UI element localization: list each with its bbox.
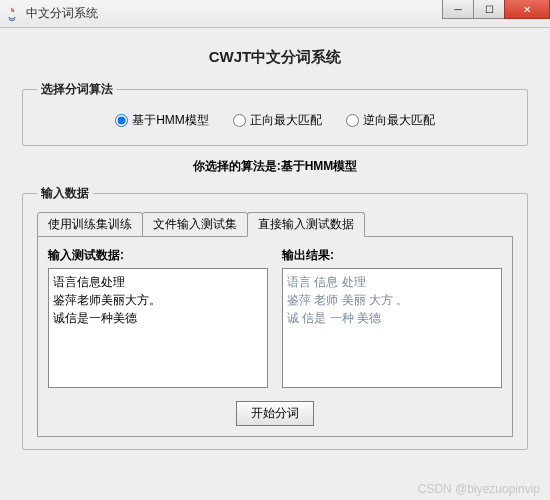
tab-direct[interactable]: 直接输入测试数据 bbox=[247, 212, 365, 237]
input-fieldset: 输入数据 使用训练集训练 文件输入测试集 直接输入测试数据 输入测试数据: 输出… bbox=[22, 185, 528, 450]
input-column: 输入测试数据: bbox=[48, 247, 268, 391]
input-label: 输入测试数据: bbox=[48, 247, 268, 264]
start-button[interactable]: 开始分词 bbox=[236, 401, 314, 426]
window-title: 中文分词系统 bbox=[26, 5, 98, 22]
radio-backward-input[interactable] bbox=[346, 114, 359, 127]
watermark: CSDN @biyezuopinvip bbox=[418, 482, 540, 496]
radio-hmm[interactable]: 基于HMM模型 bbox=[115, 112, 209, 129]
radio-forward[interactable]: 正向最大匹配 bbox=[233, 112, 322, 129]
radio-forward-label: 正向最大匹配 bbox=[250, 112, 322, 129]
algorithm-fieldset: 选择分词算法 基于HMM模型 正向最大匹配 逆向最大匹配 bbox=[22, 81, 528, 146]
input-legend: 输入数据 bbox=[37, 185, 93, 202]
minimize-button[interactable]: ─ bbox=[442, 0, 474, 19]
action-row: 开始分词 bbox=[48, 401, 502, 426]
page-title: CWJT中文分词系统 bbox=[12, 48, 538, 67]
output-column: 输出结果: 语言 信息 处理 鉴萍 老师 美丽 大方 。 诚 信是 一种 美德 bbox=[282, 247, 502, 391]
app-content: CWJT中文分词系统 选择分词算法 基于HMM模型 正向最大匹配 逆向最大匹配 … bbox=[0, 28, 550, 500]
tab-file[interactable]: 文件输入测试集 bbox=[142, 212, 248, 237]
close-button[interactable]: ✕ bbox=[504, 0, 550, 19]
radio-backward-label: 逆向最大匹配 bbox=[363, 112, 435, 129]
output-textarea: 语言 信息 处理 鉴萍 老师 美丽 大方 。 诚 信是 一种 美德 bbox=[282, 268, 502, 388]
selection-prefix: 你选择的算法是: bbox=[193, 159, 281, 173]
radio-hmm-label: 基于HMM模型 bbox=[132, 112, 209, 129]
tab-train[interactable]: 使用训练集训练 bbox=[37, 212, 143, 237]
tab-panel-direct: 输入测试数据: 输出结果: 语言 信息 处理 鉴萍 老师 美丽 大方 。 诚 信… bbox=[37, 236, 513, 437]
algorithm-radios: 基于HMM模型 正向最大匹配 逆向最大匹配 bbox=[37, 108, 513, 133]
selection-status: 你选择的算法是:基于HMM模型 bbox=[12, 158, 538, 175]
java-app-icon bbox=[4, 6, 20, 22]
tabs: 使用训练集训练 文件输入测试集 直接输入测试数据 bbox=[37, 212, 513, 237]
radio-forward-input[interactable] bbox=[233, 114, 246, 127]
io-row: 输入测试数据: 输出结果: 语言 信息 处理 鉴萍 老师 美丽 大方 。 诚 信… bbox=[48, 247, 502, 391]
radio-backward[interactable]: 逆向最大匹配 bbox=[346, 112, 435, 129]
output-label: 输出结果: bbox=[282, 247, 502, 264]
window-controls: ─ ☐ ✕ bbox=[443, 0, 550, 19]
maximize-button[interactable]: ☐ bbox=[473, 0, 505, 19]
selection-value: 基于HMM模型 bbox=[281, 159, 358, 173]
window-titlebar: 中文分词系统 ─ ☐ ✕ bbox=[0, 0, 550, 28]
radio-hmm-input[interactable] bbox=[115, 114, 128, 127]
algorithm-legend: 选择分词算法 bbox=[37, 81, 117, 98]
input-textarea[interactable] bbox=[48, 268, 268, 388]
